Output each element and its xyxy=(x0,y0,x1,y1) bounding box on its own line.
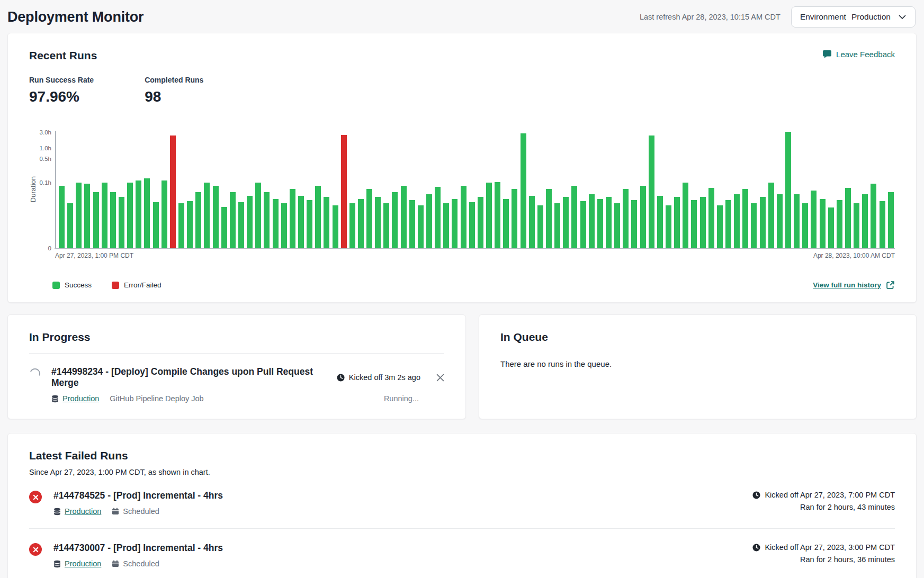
chart-bar-success[interactable] xyxy=(358,199,364,248)
chart-bar-success[interactable] xyxy=(452,199,457,248)
chart-bar-success[interactable] xyxy=(102,183,107,248)
chart-bar-success[interactable] xyxy=(614,203,620,248)
chart-bar-success[interactable] xyxy=(683,183,688,248)
chart-bar-success[interactable] xyxy=(666,205,671,248)
chart-bar-success[interactable] xyxy=(760,197,766,248)
chart-bar-failed[interactable] xyxy=(341,135,347,248)
chart-bar-success[interactable] xyxy=(153,202,159,248)
chart-bar-success[interactable] xyxy=(623,189,629,248)
environment-tag[interactable]: Production xyxy=(53,507,101,516)
chart-bar-success[interactable] xyxy=(67,203,73,248)
chart-bar-success[interactable] xyxy=(298,196,304,248)
chart-bar-success[interactable] xyxy=(315,186,321,248)
chart-bar-success[interactable] xyxy=(674,197,680,248)
chart-bar-success[interactable] xyxy=(503,199,509,248)
chart-bar-success[interactable] xyxy=(529,196,535,248)
chart-bar-success[interactable] xyxy=(418,205,424,248)
chart-bar-failed[interactable] xyxy=(170,136,176,248)
chart-bar-success[interactable] xyxy=(127,183,133,248)
chart-bar-success[interactable] xyxy=(828,207,834,248)
chart-bar-success[interactable] xyxy=(349,203,355,248)
chart-bar-success[interactable] xyxy=(785,132,791,248)
chart-bar-success[interactable] xyxy=(110,192,116,248)
chart-bar-success[interactable] xyxy=(537,205,543,248)
chart-bar-success[interactable] xyxy=(717,205,723,248)
chart-bar-success[interactable] xyxy=(221,207,227,248)
chart-bar-success[interactable] xyxy=(204,183,210,248)
chart-bar-success[interactable] xyxy=(401,186,407,248)
cancel-run-button[interactable] xyxy=(436,374,444,382)
chart-bar-success[interactable] xyxy=(854,203,859,248)
chart-bar-success[interactable] xyxy=(811,191,817,248)
environment-tag[interactable]: Production xyxy=(51,394,99,403)
chart-bar-success[interactable] xyxy=(734,194,740,248)
chart-bar-success[interactable] xyxy=(281,203,287,248)
chart-bar-success[interactable] xyxy=(742,189,748,248)
chart-bar-success[interactable] xyxy=(333,205,338,248)
chart-bar-success[interactable] xyxy=(862,194,868,248)
environment-tag[interactable]: Production xyxy=(53,559,101,568)
chart-bar-success[interactable] xyxy=(469,202,475,248)
chart-bar-success[interactable] xyxy=(426,194,432,248)
chart-bar-success[interactable] xyxy=(366,189,372,248)
chart-bar-success[interactable] xyxy=(554,203,560,248)
chart-bar-success[interactable] xyxy=(478,197,483,248)
chart-bar-success[interactable] xyxy=(383,203,389,248)
chart-bar-success[interactable] xyxy=(691,200,697,248)
chart-bar-success[interactable] xyxy=(546,189,552,248)
chart-bar-success[interactable] xyxy=(888,192,894,248)
chart-bar-success[interactable] xyxy=(187,201,193,249)
chart-bar-success[interactable] xyxy=(495,182,500,248)
chart-bar-success[interactable] xyxy=(751,203,757,248)
chart-bar-success[interactable] xyxy=(93,192,99,248)
chart-bar-success[interactable] xyxy=(392,192,398,248)
chart-bar-success[interactable] xyxy=(84,184,90,248)
chart-bar-success[interactable] xyxy=(144,178,150,248)
chart-bar-success[interactable] xyxy=(213,186,219,248)
view-full-run-history-link[interactable]: View full run history xyxy=(813,281,895,290)
chart-bar-success[interactable] xyxy=(136,180,141,248)
chart-bar-success[interactable] xyxy=(307,200,312,248)
chart-bar-success[interactable] xyxy=(802,203,808,248)
chart-bar-success[interactable] xyxy=(768,183,774,248)
chart-bar-success[interactable] xyxy=(247,196,253,248)
chart-bar-success[interactable] xyxy=(820,199,826,248)
chart-bar-success[interactable] xyxy=(657,196,663,248)
chart-bar-success[interactable] xyxy=(571,186,577,248)
chart-bar-success[interactable] xyxy=(512,189,517,248)
chart-bar-success[interactable] xyxy=(777,194,783,248)
chart-bar-success[interactable] xyxy=(589,194,595,248)
chart-bar-success[interactable] xyxy=(708,188,714,248)
chart-bar-success[interactable] xyxy=(443,203,449,248)
chart-bar-success[interactable] xyxy=(230,192,236,248)
chart-bar-success[interactable] xyxy=(725,200,731,248)
chart-bar-success[interactable] xyxy=(290,189,295,248)
chart-bar-success[interactable] xyxy=(880,201,885,249)
chart-bar-success[interactable] xyxy=(649,136,654,248)
chart-bar-success[interactable] xyxy=(264,192,270,248)
chart-bar-success[interactable] xyxy=(324,197,329,248)
chart-bar-success[interactable] xyxy=(435,187,441,248)
chart-bar-success[interactable] xyxy=(238,202,244,248)
chart-bar-success[interactable] xyxy=(76,183,82,248)
leave-feedback-link[interactable]: Leave Feedback xyxy=(822,49,895,59)
chart-bar-success[interactable] xyxy=(119,197,124,248)
chart-bar-success[interactable] xyxy=(461,186,467,248)
chart-bar-success[interactable] xyxy=(486,183,492,248)
chart-bar-success[interactable] xyxy=(794,194,800,248)
chart-bar-success[interactable] xyxy=(631,200,637,248)
chart-bar-success[interactable] xyxy=(597,199,603,248)
chart-bar-success[interactable] xyxy=(845,188,851,248)
chart-bar-success[interactable] xyxy=(178,203,184,248)
chart-bar-success[interactable] xyxy=(195,192,201,248)
chart-bar-success[interactable] xyxy=(375,197,381,248)
chart-bar-success[interactable] xyxy=(640,186,646,248)
chart-bar-success[interactable] xyxy=(521,133,526,248)
environment-dropdown[interactable]: Environment Production xyxy=(791,6,916,28)
chart-bar-success[interactable] xyxy=(837,200,842,248)
chart-bar-success[interactable] xyxy=(409,200,415,248)
chart-bar-success[interactable] xyxy=(162,180,167,248)
chart-bar-success[interactable] xyxy=(255,183,261,248)
chart-bar-success[interactable] xyxy=(606,197,612,248)
chart-bar-success[interactable] xyxy=(59,186,65,248)
